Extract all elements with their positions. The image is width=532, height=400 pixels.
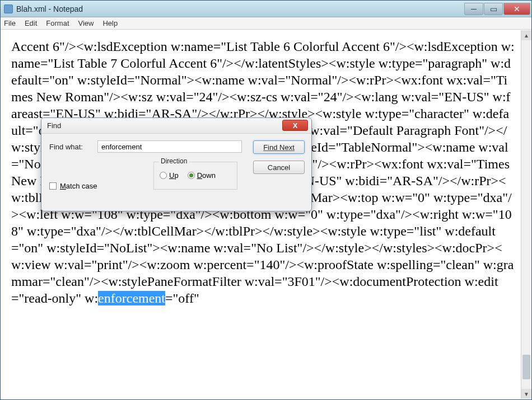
scroll-thumb[interactable]	[522, 355, 530, 379]
find-next-button[interactable]: Find Next	[253, 140, 305, 154]
menu-edit[interactable]: Edit	[25, 19, 37, 27]
direction-up-radio[interactable]: Up	[160, 171, 179, 180]
find-dialog-titlebar[interactable]: Find X	[41, 118, 311, 134]
maximize-button[interactable]: ▭	[484, 3, 503, 15]
find-what-input[interactable]	[97, 140, 242, 153]
radio-icon	[160, 172, 167, 179]
document-text-post: ="off"	[165, 291, 199, 305]
match-case-checkbox[interactable]: Match case	[49, 182, 97, 190]
direction-group: Direction Up Down	[153, 162, 237, 190]
menu-help[interactable]: Help	[102, 19, 118, 27]
menu-file[interactable]: File	[4, 19, 16, 27]
direction-down-radio[interactable]: Down	[188, 171, 216, 180]
window-controls: ─ ▭ ✕	[464, 3, 530, 15]
cancel-button[interactable]: Cancel	[253, 161, 305, 174]
scroll-down-button[interactable]: ▼	[521, 389, 531, 399]
search-highlight: enforcement	[98, 291, 165, 305]
menu-view[interactable]: View	[78, 19, 94, 27]
find-dialog-body: Find what: Find Next Cancel Direction Up…	[41, 134, 311, 211]
direction-label: Direction	[158, 157, 189, 165]
find-dialog-title: Find	[47, 121, 61, 130]
content-area: Accent 6"/><w:lsdException w:name="List …	[1, 30, 531, 399]
vertical-scrollbar[interactable]: ▲ ▼	[521, 30, 531, 399]
find-what-label: Find what:	[49, 143, 83, 151]
find-close-button[interactable]: X	[282, 120, 308, 131]
minimize-button[interactable]: ─	[464, 3, 483, 15]
app-icon	[4, 4, 13, 13]
close-button[interactable]: ✕	[503, 3, 530, 15]
text-editor[interactable]: Accent 6"/><w:lsdException w:name="List …	[1, 30, 521, 399]
checkbox-icon	[49, 182, 57, 190]
titlebar[interactable]: Blah.xml - Notepad ─ ▭ ✕	[1, 1, 531, 17]
find-dialog: Find X Find what: Find Next Cancel Direc…	[41, 117, 312, 211]
scroll-up-button[interactable]: ▲	[521, 30, 531, 40]
window-title: Blah.xml - Notepad	[16, 4, 464, 13]
menu-bar: File Edit Format View Help	[1, 17, 531, 30]
menu-format[interactable]: Format	[46, 19, 69, 27]
radio-icon	[188, 172, 195, 179]
